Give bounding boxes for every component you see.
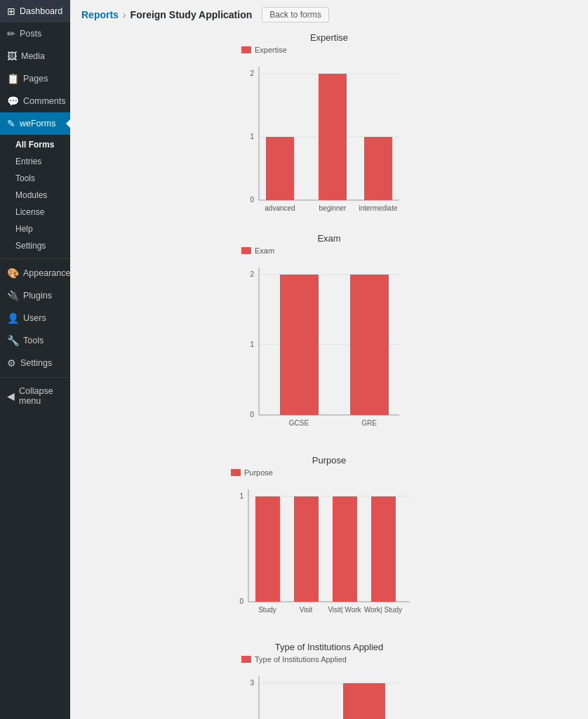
purpose-chart-section: Purpose Purpose 1 0 bbox=[81, 455, 577, 625]
sidebar-item-label: Tools bbox=[23, 336, 44, 345]
bar-visit-work bbox=[333, 496, 357, 602]
sidebar-subitem-modules[interactable]: Modules bbox=[0, 187, 70, 204]
sidebar-item-settings[interactable]: ⚙ Settings bbox=[0, 352, 70, 374]
type-institutions-chart-section: Type of Institutions Applied Type of Ins… bbox=[81, 642, 577, 719]
exam-legend-color bbox=[241, 247, 251, 254]
sidebar-subitem-entries[interactable]: Entries bbox=[0, 153, 70, 170]
bar-work-study bbox=[371, 496, 396, 602]
sidebar-item-label: Settings bbox=[20, 358, 52, 368]
svg-text:intermediate: intermediate bbox=[359, 204, 397, 212]
plugins-icon: 🔌 bbox=[7, 290, 19, 301]
type-institutions-legend-color bbox=[241, 656, 251, 663]
svg-text:Work| Study: Work| Study bbox=[364, 606, 402, 614]
sidebar-subitem-help[interactable]: Help bbox=[0, 220, 70, 237]
svg-text:Visit| Work: Visit| Work bbox=[328, 606, 361, 614]
type-institutions-legend-label: Type of Institutions Applied bbox=[255, 655, 347, 664]
sidebar-item-dashboard[interactable]: ⊞ Dashboard bbox=[0, 0, 70, 22]
collapse-icon: ◀ bbox=[7, 390, 15, 402]
exam-chart: 2 1 0 GCSE GRE bbox=[241, 260, 403, 436]
sidebar-item-weforms[interactable]: ✎ weForms bbox=[0, 112, 70, 135]
svg-text:Study: Study bbox=[258, 606, 276, 614]
svg-text:0: 0 bbox=[250, 411, 254, 418]
bar-colleges bbox=[343, 683, 385, 719]
posts-icon: ✏ bbox=[7, 28, 15, 39]
sidebar-item-label: Media bbox=[21, 51, 45, 61]
bar-beginner bbox=[319, 74, 347, 200]
sidebar-item-label: Dashboard bbox=[20, 6, 62, 16]
sidebar-item-users[interactable]: 👤 Users bbox=[0, 307, 70, 329]
exam-legend: Exam bbox=[241, 246, 417, 255]
bar-visit bbox=[294, 496, 319, 602]
expertise-chart-section: Expertise Expertise 2 1 bbox=[81, 32, 577, 216]
svg-text:advanced: advanced bbox=[265, 204, 295, 212]
users-icon: 👤 bbox=[7, 312, 19, 324]
expertise-legend-color bbox=[241, 46, 251, 53]
pages-icon: 📋 bbox=[7, 73, 19, 84]
media-icon: 🖼 bbox=[7, 51, 17, 62]
bar-intermediate bbox=[364, 137, 392, 200]
collapse-label: Collapse menu bbox=[19, 386, 63, 406]
sidebar: ⊞ Dashboard ✏ Posts 🖼 Media 📋 Pages 💬 Co… bbox=[0, 0, 70, 719]
expertise-legend-label: Expertise bbox=[255, 46, 287, 54]
purpose-legend-color bbox=[231, 469, 241, 476]
sidebar-subitem-all-forms[interactable]: All Forms bbox=[0, 136, 70, 153]
svg-text:2: 2 bbox=[250, 70, 254, 77]
svg-text:2: 2 bbox=[250, 270, 254, 278]
sidebar-item-label: Users bbox=[23, 313, 46, 323]
exam-chart-section: Exam Exam 2 1 0 bbox=[81, 233, 577, 438]
svg-text:3: 3 bbox=[250, 679, 254, 687]
sidebar-item-appearance[interactable]: 🎨 Appearance bbox=[0, 262, 70, 284]
svg-text:beginner: beginner bbox=[319, 204, 347, 212]
comments-icon: 💬 bbox=[7, 95, 19, 107]
purpose-chart: 1 0 Study Visit Visit| Work Work| Study bbox=[231, 482, 413, 623]
sidebar-subitem-license[interactable]: License bbox=[0, 204, 70, 220]
exam-legend-label: Exam bbox=[255, 246, 274, 255]
svg-text:GRE: GRE bbox=[361, 419, 377, 427]
sidebar-item-label: weForms bbox=[20, 119, 55, 128]
sidebar-item-label: Comments bbox=[23, 96, 65, 106]
sidebar-item-label: Plugins bbox=[23, 291, 52, 301]
svg-text:GCSE: GCSE bbox=[289, 419, 309, 427]
svg-text:1: 1 bbox=[239, 492, 243, 500]
purpose-legend: Purpose bbox=[231, 468, 427, 477]
purpose-legend-label: Purpose bbox=[244, 468, 273, 477]
svg-text:0: 0 bbox=[239, 598, 243, 605]
sidebar-item-label: Posts bbox=[20, 29, 41, 39]
main-content: Reports › Foreign Study Application Back… bbox=[70, 0, 588, 719]
bar-gre bbox=[350, 275, 389, 415]
weforms-icon: ✎ bbox=[7, 118, 15, 129]
sidebar-item-comments[interactable]: 💬 Comments bbox=[0, 90, 70, 112]
svg-text:1: 1 bbox=[250, 341, 254, 348]
sidebar-item-tools[interactable]: 🔧 Tools bbox=[0, 329, 70, 352]
sidebar-item-label: Appearance bbox=[23, 268, 70, 278]
appearance-icon: 🎨 bbox=[7, 268, 19, 279]
svg-text:Visit: Visit bbox=[300, 606, 313, 614]
sidebar-subitem-tools[interactable]: Tools bbox=[0, 170, 70, 187]
sidebar-item-pages[interactable]: 📋 Pages bbox=[0, 67, 70, 90]
tools-icon: 🔧 bbox=[7, 335, 19, 346]
bar-gcse bbox=[280, 275, 319, 415]
settings-icon: ⚙ bbox=[7, 357, 16, 369]
expertise-legend: Expertise bbox=[241, 46, 417, 54]
breadcrumb-separator: › bbox=[123, 9, 126, 20]
type-institutions-chart: 3 2 1 0 Universities Colleges bbox=[241, 669, 403, 719]
bar-study bbox=[255, 496, 280, 602]
sidebar-item-media[interactable]: 🖼 Media bbox=[0, 45, 70, 67]
breadcrumb-reports-link[interactable]: Reports bbox=[81, 9, 119, 20]
type-institutions-legend: Type of Institutions Applied bbox=[241, 655, 417, 664]
sidebar-subitem-settings-wf[interactable]: Settings bbox=[0, 237, 70, 254]
purpose-chart-title: Purpose bbox=[81, 455, 577, 466]
sidebar-collapse-menu[interactable]: ◀ Collapse menu bbox=[0, 381, 70, 411]
svg-text:0: 0 bbox=[250, 196, 254, 204]
dashboard-icon: ⊞ bbox=[7, 6, 15, 17]
exam-chart-title: Exam bbox=[81, 233, 577, 244]
bar-advanced bbox=[266, 137, 294, 200]
back-to-forms-button[interactable]: Back to forms bbox=[262, 7, 328, 22]
sidebar-item-plugins[interactable]: 🔌 Plugins bbox=[0, 284, 70, 307]
breadcrumb-current-page: Foreign Study Application bbox=[131, 9, 253, 20]
sidebar-item-posts[interactable]: ✏ Posts bbox=[0, 22, 70, 45]
type-institutions-chart-title: Type of Institutions Applied bbox=[81, 642, 577, 652]
expertise-chart: 2 1 0 advanced beginner intermediate bbox=[241, 60, 403, 214]
svg-text:1: 1 bbox=[250, 133, 254, 140]
sidebar-item-label: Pages bbox=[23, 74, 48, 84]
